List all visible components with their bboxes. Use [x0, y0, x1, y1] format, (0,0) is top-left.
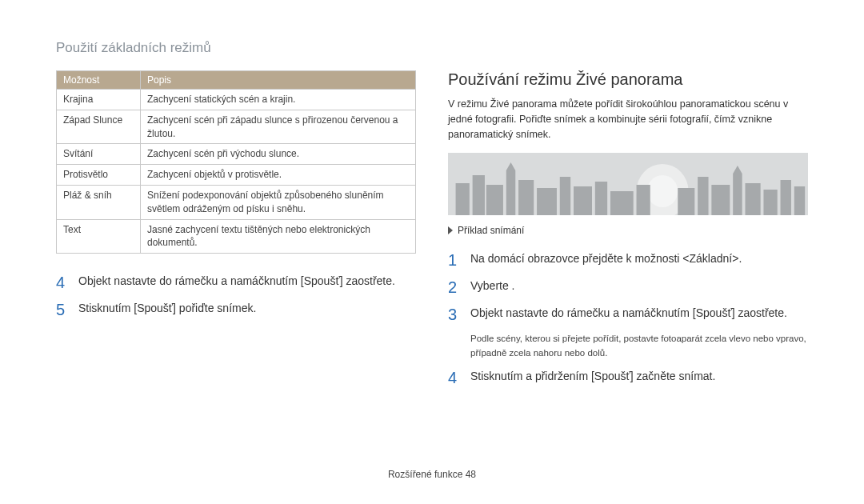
- svg-rect-18: [745, 183, 760, 215]
- svg-rect-21: [794, 186, 805, 215]
- step-text: Vyberte .: [470, 278, 515, 297]
- step-number: 1: [448, 250, 470, 270]
- svg-rect-17: [733, 174, 742, 215]
- step-number: 3: [448, 305, 470, 324]
- svg-rect-12: [610, 191, 634, 215]
- svg-rect-6: [506, 170, 515, 215]
- svg-rect-7: [518, 180, 534, 215]
- svg-point-2: [647, 175, 678, 207]
- step-text: Stisknutím a přidržením [Spoušť] začněte…: [470, 368, 715, 387]
- svg-rect-19: [763, 190, 777, 215]
- svg-rect-14: [678, 188, 694, 215]
- left-column: Možnost Popis KrajinaZachycení statickýc…: [56, 70, 416, 395]
- svg-rect-4: [473, 175, 485, 215]
- step-number: 4: [448, 368, 470, 387]
- table-row: SvítáníZachycení scén při východu slunce…: [57, 144, 416, 165]
- table-row: ProtisvětloZachycení objektů v protisvět…: [57, 165, 416, 186]
- table-row: TextJasné zachycení textu tištěných nebo…: [57, 219, 416, 254]
- th-desc: Popis: [141, 71, 416, 90]
- svg-rect-9: [560, 177, 570, 215]
- table-row: KrajinaZachycení statických scén a kraji…: [57, 90, 416, 110]
- svg-rect-8: [537, 188, 557, 215]
- svg-rect-20: [781, 180, 791, 215]
- table-row: Západ SlunceZachycení scén při západu sl…: [57, 110, 416, 144]
- step-text: Objekt nastavte do rámečku a namáčknutím…: [470, 305, 787, 324]
- triangle-icon: [448, 226, 453, 234]
- step-number: 5: [56, 300, 78, 319]
- th-option: Možnost: [57, 71, 141, 90]
- svg-rect-10: [574, 186, 592, 215]
- options-table: Možnost Popis KrajinaZachycení statickýc…: [56, 70, 416, 254]
- step-number: 4: [56, 273, 78, 292]
- svg-rect-5: [486, 185, 503, 215]
- step-subtext: Podle scény, kterou si přejete pořídit, …: [470, 332, 808, 360]
- step-number: 2: [448, 278, 470, 297]
- page-title: Použití základních režimů: [56, 40, 808, 56]
- panorama-example-image: [448, 153, 808, 215]
- step-text: Objekt nastavte do rámečku a namáčknutím…: [78, 273, 395, 292]
- right-steps: 1 Na domácí obrazovce přejděte k možnost…: [448, 250, 808, 387]
- section-heading: Používání režimu Živé panorama: [448, 70, 808, 89]
- table-row: Pláž & sníhSnížení podexponování objektů…: [57, 185, 416, 219]
- svg-rect-16: [711, 185, 730, 215]
- panorama-caption: Příklad snímání: [448, 225, 808, 236]
- svg-rect-15: [698, 177, 708, 215]
- svg-rect-11: [595, 182, 607, 215]
- step-text: Stisknutím [Spoušť] pořiďte snímek.: [78, 300, 256, 319]
- section-intro: V režimu Živé panorama můžete pořídit ši…: [448, 97, 808, 142]
- svg-rect-13: [637, 185, 650, 215]
- svg-rect-3: [456, 183, 470, 215]
- step-text: Na domácí obrazovce přejděte k možnosti …: [470, 250, 742, 270]
- page-footer: Rozšířené funkce 48: [0, 469, 864, 480]
- right-column: Používání režimu Živé panorama V režimu …: [448, 70, 808, 395]
- left-steps: 4 Objekt nastavte do rámečku a namáčknut…: [56, 273, 416, 319]
